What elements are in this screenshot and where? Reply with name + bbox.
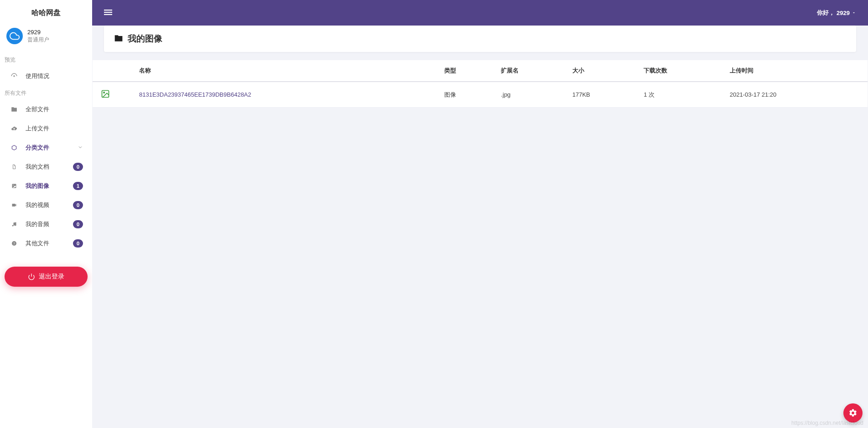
image-icon bbox=[9, 183, 19, 189]
file-icon bbox=[9, 164, 19, 170]
user-name: 2929 bbox=[27, 29, 49, 36]
th-ext: 扩展名 bbox=[495, 60, 567, 82]
sidebar-item-label: 我的视频 bbox=[26, 201, 73, 209]
sidebar-item-label: 全部文件 bbox=[26, 105, 83, 113]
file-name-link[interactable]: 8131E3DA23937465EE1739DB9B6428A2 bbox=[139, 91, 251, 98]
cell-size: 177KB bbox=[567, 82, 638, 108]
folder-icon bbox=[114, 34, 123, 44]
sidebar-item-label: 我的音频 bbox=[26, 220, 73, 228]
cell-ext: .jpg bbox=[495, 82, 567, 108]
sidebar-item-all[interactable]: 全部文件 bbox=[0, 100, 92, 119]
sidebar-submenu: 我的文档 0 我的图像 1 我的视频 0 我的音频 0 ? 其他文件 0 bbox=[0, 157, 92, 253]
user-meta: 2929 普通用户 bbox=[27, 29, 49, 44]
sidebar-item-other[interactable]: ? 其他文件 0 bbox=[0, 234, 92, 253]
sidebar-item-images[interactable]: 我的图像 1 bbox=[0, 176, 92, 196]
sidebar-item-label: 使用情况 bbox=[26, 72, 83, 80]
user-role: 普通用户 bbox=[27, 36, 49, 44]
svg-rect-10 bbox=[104, 14, 112, 15]
page-header: 我的图像 bbox=[104, 26, 856, 52]
svg-point-3 bbox=[12, 225, 14, 227]
sidebar-item-label: 上传文件 bbox=[26, 124, 83, 133]
page-title: 我的图像 bbox=[128, 33, 162, 45]
svg-point-2 bbox=[13, 185, 14, 186]
logout-button[interactable]: 退出登录 bbox=[5, 267, 88, 287]
avatar bbox=[6, 28, 23, 44]
power-icon bbox=[28, 273, 35, 280]
count-badge: 0 bbox=[73, 163, 83, 171]
files-table: 名称 类型 扩展名 大小 下载次数 上传时间 bbox=[93, 60, 868, 108]
user-dropdown[interactable]: 你好， 2929 bbox=[817, 9, 856, 17]
sidebar-item-category[interactable]: 分类文件 bbox=[0, 138, 92, 157]
page-card: 我的图像 bbox=[104, 26, 856, 52]
count-badge: 0 bbox=[73, 201, 83, 209]
cloud-icon bbox=[10, 31, 20, 41]
fab-settings-button[interactable] bbox=[843, 403, 863, 423]
th-icon bbox=[93, 60, 134, 82]
th-uploaded: 上传时间 bbox=[724, 60, 868, 82]
sidebar-item-label: 我的图像 bbox=[26, 182, 73, 190]
th-size: 大小 bbox=[567, 60, 638, 82]
video-icon bbox=[9, 202, 19, 208]
svg-text:?: ? bbox=[13, 242, 15, 245]
caret-down-icon bbox=[852, 10, 856, 15]
section-preview: 预览 bbox=[0, 52, 92, 67]
th-type: 类型 bbox=[439, 60, 495, 82]
count-badge: 1 bbox=[73, 182, 83, 190]
sidebar-item-label: 其他文件 bbox=[26, 239, 73, 248]
menu-icon bbox=[104, 8, 112, 16]
folder-icon bbox=[9, 106, 19, 113]
sidebar-item-usage[interactable]: 使用情况 bbox=[0, 67, 92, 86]
greeting-prefix: 你好， bbox=[817, 9, 835, 17]
menu-toggle-button[interactable] bbox=[104, 8, 112, 18]
sidebar-item-videos[interactable]: 我的视频 0 bbox=[0, 196, 92, 215]
cell-downloads: 1 次 bbox=[638, 82, 724, 108]
sidebar-item-label: 我的文档 bbox=[26, 163, 73, 171]
greeting-username: 2929 bbox=[837, 10, 850, 16]
svg-point-0 bbox=[14, 76, 15, 77]
sidebar-item-label: 分类文件 bbox=[26, 144, 78, 152]
cloud-upload-icon bbox=[9, 125, 19, 132]
user-info: 2929 普通用户 bbox=[0, 24, 92, 52]
help-icon: ? bbox=[9, 241, 19, 246]
sidebar-item-audio[interactable]: 我的音频 0 bbox=[0, 215, 92, 234]
count-badge: 0 bbox=[73, 239, 83, 248]
brand-logo: 哈哈网盘 bbox=[0, 0, 92, 24]
music-icon bbox=[9, 222, 19, 227]
gear-icon bbox=[848, 408, 858, 418]
sidebar: 哈哈网盘 2929 普通用户 预览 使用情况 所有文件 全部文件 bbox=[0, 0, 92, 428]
cell-type: 图像 bbox=[439, 82, 495, 108]
svg-rect-9 bbox=[104, 11, 112, 12]
table-row: 8131E3DA23937465EE1739DB9B6428A2 图像 .jpg… bbox=[93, 82, 868, 108]
th-downloads: 下载次数 bbox=[638, 60, 724, 82]
image-icon bbox=[101, 93, 110, 100]
gauge-icon bbox=[9, 73, 19, 79]
logout-label: 退出登录 bbox=[39, 273, 64, 281]
topbar: 你好， 2929 bbox=[92, 0, 868, 26]
section-allfiles: 所有文件 bbox=[0, 86, 92, 100]
svg-point-4 bbox=[15, 225, 16, 226]
cell-uploaded: 2021-03-17 21:20 bbox=[724, 82, 868, 108]
svg-point-12 bbox=[104, 92, 105, 93]
count-badge: 0 bbox=[73, 220, 83, 228]
svg-rect-8 bbox=[104, 10, 112, 10]
sidebar-item-upload[interactable]: 上传文件 bbox=[0, 119, 92, 138]
cube-icon bbox=[9, 144, 19, 151]
sidebar-item-docs[interactable]: 我的文档 0 bbox=[0, 157, 92, 176]
th-name: 名称 bbox=[134, 60, 439, 82]
chevron-down-icon bbox=[78, 144, 83, 151]
